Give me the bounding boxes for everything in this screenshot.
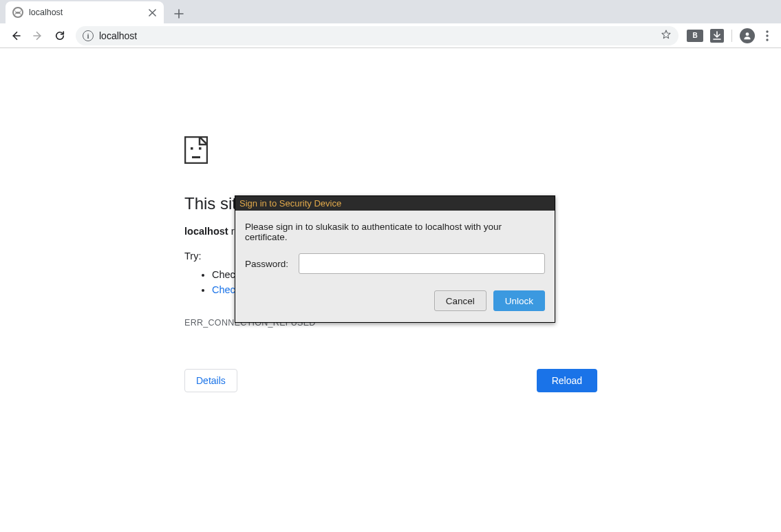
dialog-actions: Cancel Unlock <box>245 290 545 311</box>
cancel-button[interactable]: Cancel <box>434 290 486 311</box>
close-tab-button[interactable] <box>147 8 157 17</box>
svg-rect-7 <box>192 156 200 158</box>
details-button[interactable]: Details <box>184 369 237 392</box>
site-info-icon[interactable]: i <box>83 30 94 41</box>
dialog-message: Please sign in to slukasik to authentica… <box>245 222 545 242</box>
tab-strip: localhost <box>0 0 781 23</box>
error-host: localhost <box>184 226 228 237</box>
forward-button[interactable] <box>28 25 48 46</box>
security-device-dialog: Sign in to Security Device Please sign i… <box>235 195 555 323</box>
password-input[interactable] <box>299 253 545 274</box>
browser-toolbar: i localhost B <box>0 23 781 48</box>
reload-button[interactable] <box>50 25 70 46</box>
back-button[interactable] <box>6 25 26 46</box>
svg-rect-5 <box>191 147 193 150</box>
globe-icon <box>12 7 23 18</box>
address-bar[interactable]: i localhost <box>76 26 678 45</box>
profile-avatar-button[interactable] <box>740 28 755 43</box>
suggestion-link[interactable]: Chec <box>212 284 235 295</box>
extension-button-1[interactable]: B <box>687 30 703 42</box>
tab-title: localhost <box>29 8 142 17</box>
toolbar-divider <box>731 30 732 42</box>
error-page-buttons: Details Reload <box>184 369 597 392</box>
new-tab-button[interactable] <box>169 4 189 23</box>
bookmark-star-icon[interactable] <box>661 29 672 43</box>
svg-point-1 <box>766 30 768 32</box>
sad-page-icon <box>184 136 208 164</box>
svg-point-0 <box>746 32 749 36</box>
unlock-button[interactable]: Unlock <box>493 290 545 311</box>
url-text: localhost <box>99 30 655 41</box>
extension-button-2[interactable] <box>710 29 724 43</box>
password-label: Password: <box>245 259 290 269</box>
browser-window: localhost i localhost B <box>0 0 781 532</box>
password-row: Password: <box>245 253 545 274</box>
svg-point-2 <box>766 34 768 36</box>
svg-point-3 <box>766 39 768 41</box>
kebab-menu-button[interactable] <box>759 28 775 44</box>
dialog-body: Please sign in to slukasik to authentica… <box>235 211 555 322</box>
dialog-title: Sign in to Security Device <box>235 196 555 211</box>
svg-rect-6 <box>199 147 202 150</box>
reload-page-button[interactable]: Reload <box>537 369 597 392</box>
browser-tab[interactable]: localhost <box>6 1 164 23</box>
